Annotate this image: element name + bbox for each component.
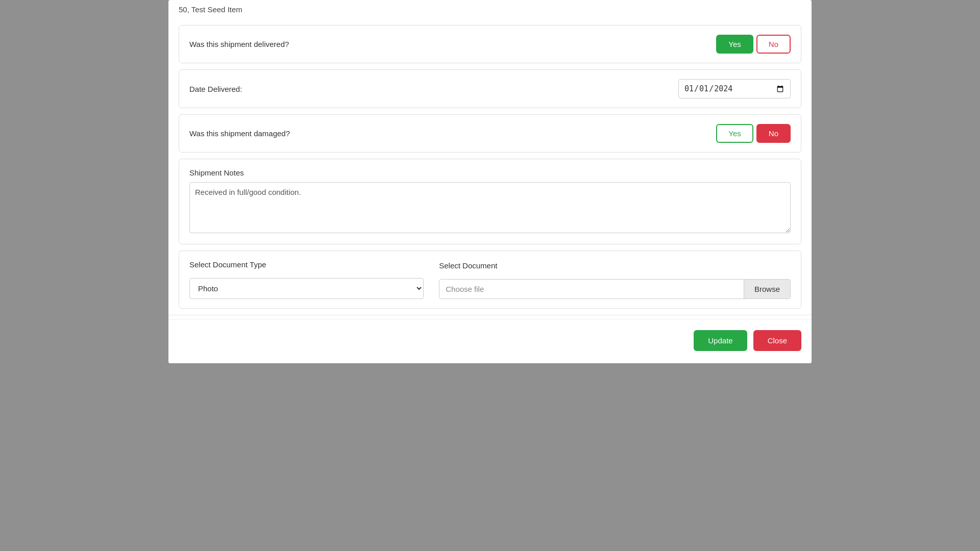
damaged-no-button[interactable]: No: [756, 124, 791, 143]
damaged-question-label: Was this shipment damaged?: [189, 129, 290, 138]
shipment-notes-label: Shipment Notes: [189, 168, 791, 177]
doc-file-col: Select Document Choose file Browse: [439, 261, 791, 299]
delivered-yes-button[interactable]: Yes: [716, 35, 753, 54]
breadcrumb: 50, Test Seed Item: [168, 0, 812, 19]
doc-file-label: Select Document: [439, 261, 791, 270]
doc-type-label: Select Document Type: [189, 260, 424, 269]
shipment-notes-textarea[interactable]: Received in full/good condition.: [189, 182, 791, 233]
close-button[interactable]: Close: [753, 330, 801, 351]
update-button[interactable]: Update: [694, 330, 747, 351]
delivered-section: Was this shipment delivered? Yes No: [179, 25, 801, 63]
delivered-question-label: Was this shipment delivered?: [189, 40, 289, 48]
file-input-row: Choose file Browse: [439, 279, 791, 299]
footer-bar: Update Close: [168, 319, 812, 363]
damaged-yes-button[interactable]: Yes: [716, 124, 753, 143]
shipment-notes-section: Shipment Notes Received in full/good con…: [179, 159, 801, 244]
delivered-no-button[interactable]: No: [756, 35, 791, 54]
doc-type-select[interactable]: Photo Invoice Delivery Receipt Other: [189, 278, 424, 299]
doc-type-col: Select Document Type Photo Invoice Deliv…: [189, 260, 424, 299]
date-delivered-input[interactable]: [678, 79, 791, 98]
document-section: Select Document Type Photo Invoice Deliv…: [179, 251, 801, 309]
browse-button[interactable]: Browse: [744, 280, 790, 298]
date-delivered-section: Date Delivered:: [179, 69, 801, 108]
damaged-btn-group: Yes No: [716, 124, 791, 143]
date-delivered-label: Date Delivered:: [189, 85, 242, 93]
delivered-btn-group: Yes No: [716, 35, 791, 54]
damaged-section: Was this shipment damaged? Yes No: [179, 114, 801, 153]
file-placeholder-text: Choose file: [439, 280, 744, 298]
footer-divider: [168, 315, 812, 315]
